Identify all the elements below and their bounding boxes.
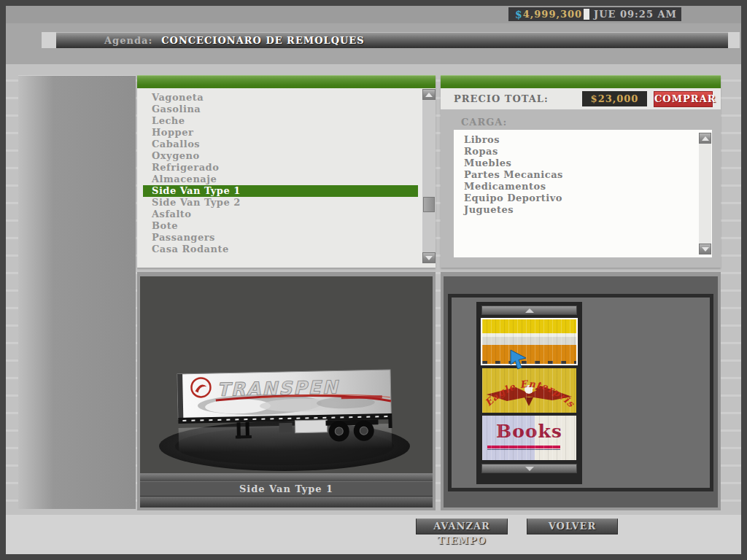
skins-scroll-down-button[interactable]: [481, 464, 577, 473]
skin-strip: Eagle Enterprises Books: [476, 302, 582, 484]
trailer-list-scrollbar[interactable]: [422, 89, 436, 263]
page-title: CONCECIONARO DE REMOLQUES: [161, 35, 364, 46]
purchase-header: [441, 75, 721, 88]
books-skin-label: Books: [482, 421, 576, 442]
skin-thumbnail-eagle-enterprises[interactable]: Eagle Enterprises: [482, 368, 576, 413]
trailer-type-panel: VagonetaGasolinaLecheHopperCaballosOxyge…: [137, 75, 436, 268]
left-spacer-panel: [18, 75, 136, 509]
trailer-3d-preview: TRANSPEN: [150, 362, 422, 472]
trailer-type-item[interactable]: Vagoneta: [143, 92, 418, 104]
advance-time-button[interactable]: AVANZAR TIEMPO: [416, 518, 508, 534]
cargo-scrollbar[interactable]: [699, 133, 711, 254]
caption-bar-top: [140, 473, 433, 481]
curtain-rail: [482, 361, 576, 364]
cargo-list-box: LibrosRopasMueblesPartes MecanicasMedica…: [454, 130, 712, 257]
scroll-up-icon: [425, 93, 433, 97]
trailer-type-list: VagonetaGasolinaLecheHopperCaballosOxyge…: [137, 88, 436, 268]
datetime-display: JUE 09:25 AM: [589, 9, 681, 20]
agenda-bar: Agenda: CONCECIONARO DE REMOLQUES: [56, 32, 728, 48]
caption-bar-bottom: [140, 497, 433, 508]
money-balance: 4,999,300: [523, 9, 582, 20]
skin-thumbnail-books[interactable]: Books: [482, 416, 576, 460]
cargo-item[interactable]: Partes Mecanicas: [464, 169, 712, 181]
scroll-up-icon: [702, 136, 709, 141]
trailer-type-item[interactable]: Asfalto: [143, 209, 418, 220]
books-underline: [487, 446, 560, 448]
dollar-icon: $: [515, 9, 523, 20]
trailer-type-item[interactable]: Oxygeno: [143, 150, 418, 162]
money-display: $ 4,999,300: [508, 7, 584, 21]
cargo-item[interactable]: Medicamentos: [464, 181, 712, 192]
skins-scroll-up-button[interactable]: [481, 306, 577, 315]
trailer-type-item[interactable]: Caballos: [143, 139, 418, 150]
eagle-skin-art: Eagle Enterprises: [482, 368, 576, 413]
books-underline-thin: [487, 449, 560, 450]
trailer-type-item[interactable]: Side Van Type 2: [143, 197, 418, 209]
cargo-item[interactable]: Muebles: [464, 158, 712, 169]
scroll-down-button[interactable]: [699, 244, 711, 254]
mouse-cursor-icon: [509, 349, 528, 370]
price-value: $23,000: [582, 91, 647, 106]
buy-button[interactable]: COMPRAR: [654, 91, 713, 107]
trailer-type-item[interactable]: Leche: [143, 115, 418, 127]
scrollbar-thumb[interactable]: [423, 197, 435, 212]
scroll-down-icon: [525, 467, 534, 471]
agenda-bar-cap-right: [728, 32, 740, 48]
selected-trailer-caption: Side Van Type 1: [140, 481, 433, 497]
trailer-type-item[interactable]: Passangers: [143, 232, 418, 244]
cargo-list: LibrosRopasMueblesPartes MecanicasMedica…: [454, 130, 712, 216]
skin-thumbnail-striped-curtain[interactable]: [481, 318, 578, 365]
trailer-preview-panel: TRANSPEN: [137, 272, 436, 510]
agenda-bar-cap-left: [42, 32, 56, 48]
status-divider: [584, 9, 589, 20]
scroll-down-icon: [425, 256, 433, 260]
trailer-type-item[interactable]: Casa Rodante: [143, 244, 418, 255]
scroll-down-icon: [702, 247, 709, 252]
trailer-type-item[interactable]: Refrigerado: [143, 162, 418, 174]
trailer-type-item[interactable]: Almacenaje: [143, 174, 418, 185]
status-bar: $ 4,999,300 JUE 09:25 AM: [508, 7, 681, 21]
purchase-panel: PRECIO TOTAL: $23,000 COMPRAR CARGA: Lib…: [441, 75, 721, 268]
price-row: PRECIO TOTAL: $23,000 COMPRAR: [441, 88, 721, 109]
trailer-type-item[interactable]: Hopper: [143, 127, 418, 139]
cargo-item[interactable]: Ropas: [464, 146, 712, 158]
trailer-type-item[interactable]: Side Van Type 1: [143, 185, 418, 197]
screen: $ 4,999,300 JUE 09:25 AM Agenda: CONCECI…: [6, 6, 741, 554]
trailer-list-header: [137, 75, 436, 88]
skin-picker-panel: Eagle Enterprises Books: [441, 272, 721, 510]
svg-text:Eagle Enterprises: Eagle Enterprises: [482, 368, 576, 410]
scroll-down-button[interactable]: [422, 252, 436, 263]
cargo-label: CARGA:: [461, 117, 507, 128]
footer-background: [6, 515, 741, 554]
price-label: PRECIO TOTAL:: [454, 93, 549, 104]
back-button[interactable]: VOLVER: [527, 518, 618, 534]
eagle-skin-label: Eagle Enterprises: [482, 368, 576, 410]
cargo-item[interactable]: Equipo Deportivo: [464, 192, 712, 204]
game-window: $ 4,999,300 JUE 09:25 AM Agenda: CONCECI…: [0, 0, 747, 560]
cargo-item[interactable]: Juguetes: [464, 204, 712, 216]
agenda-label: Agenda:: [104, 35, 152, 46]
cargo-item[interactable]: Libros: [464, 134, 712, 146]
trailer-type-item[interactable]: Gasolina: [143, 104, 418, 115]
trailer-type-item[interactable]: Bote: [143, 220, 418, 232]
scroll-up-button[interactable]: [422, 89, 436, 100]
preview-caption-stack: Side Van Type 1: [140, 473, 433, 508]
scroll-up-icon: [525, 308, 534, 313]
scroll-up-button[interactable]: [699, 133, 711, 144]
